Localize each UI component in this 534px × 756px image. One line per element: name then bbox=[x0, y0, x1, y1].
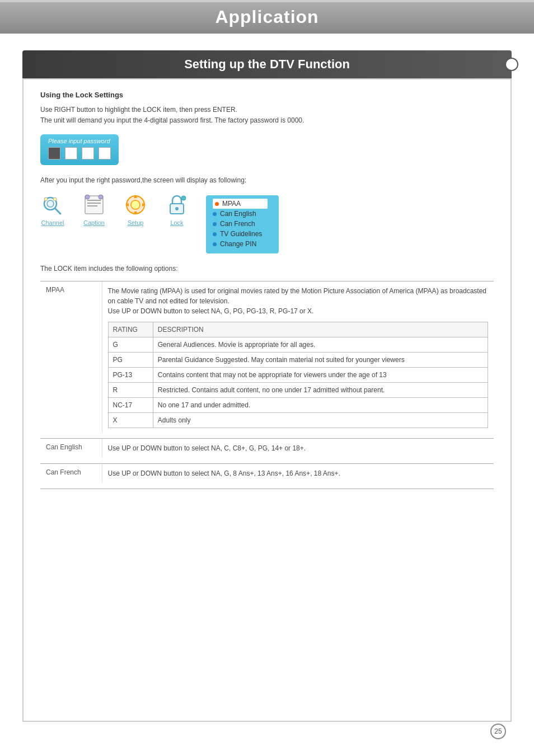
password-square-3 bbox=[82, 147, 94, 159]
section-header-circle bbox=[505, 58, 518, 71]
tv-guidelines-dot bbox=[213, 232, 217, 236]
can-french-option-name: Can French bbox=[40, 464, 102, 483]
rating-col-header: RATING bbox=[108, 322, 153, 337]
divider-4 bbox=[40, 489, 494, 489]
caption-label: Caption bbox=[83, 219, 105, 226]
icons-and-dropdown-area: Channel Caption bbox=[40, 192, 494, 253]
svg-point-19 bbox=[181, 196, 186, 200]
can-english-dot bbox=[213, 212, 217, 216]
channel-label: Channel bbox=[41, 219, 64, 226]
password-label: Please input password bbox=[48, 138, 111, 144]
lock-options-text: The LOCK item includes the following opt… bbox=[40, 265, 494, 273]
can-french-option-table: Can French Use UP or DOWN button to sele… bbox=[40, 464, 494, 483]
mpaa-name: MPAA bbox=[40, 281, 102, 433]
rating-header-row: RATING DESCRIPTION bbox=[108, 322, 488, 337]
svg-point-18 bbox=[175, 207, 179, 210]
lock-label: Lock bbox=[170, 219, 183, 226]
setup-icon-item: Setup bbox=[123, 192, 148, 226]
dropdown-item-change-pin[interactable]: Change PIN bbox=[213, 239, 268, 249]
mpaa-option-table: MPAA The Movie rating (MPAA) is used for… bbox=[40, 281, 494, 433]
svg-point-12 bbox=[131, 200, 140, 209]
channel-icon bbox=[40, 192, 65, 217]
can-english-row: Can English Use UP or DOWN button to sel… bbox=[40, 439, 494, 458]
mpaa-desc: The Movie rating (MPAA) is used for orig… bbox=[102, 281, 494, 433]
lock-icon-item: Lock bbox=[165, 192, 189, 226]
rating-row-r: R Restricted. Contains adult content, no… bbox=[108, 383, 488, 398]
caption-icon bbox=[82, 192, 106, 217]
dropdown-item-mpaa[interactable]: MPAA bbox=[213, 199, 268, 209]
setup-icon bbox=[123, 192, 148, 217]
setup-label: Setup bbox=[128, 219, 144, 226]
rating-row-pg13: PG-13 Contains content that may not be a… bbox=[108, 368, 488, 383]
dropdown-item-tv-guidelines[interactable]: TV Guidelines bbox=[213, 229, 268, 239]
lock-dropdown-menu: MPAA Can English Can French TV Guideline… bbox=[206, 195, 279, 253]
password-square-4 bbox=[99, 147, 111, 159]
page-header: Application bbox=[0, 0, 534, 34]
dropdown-item-can-english[interactable]: Can English bbox=[213, 209, 268, 219]
password-square-2 bbox=[65, 147, 77, 159]
can-french-dot bbox=[213, 222, 217, 226]
change-pin-dot bbox=[213, 242, 217, 246]
can-english-option-name: Can English bbox=[40, 439, 102, 458]
svg-point-10 bbox=[85, 195, 90, 199]
lock-icon bbox=[165, 192, 189, 217]
rating-table: RATING DESCRIPTION G General Audiences. … bbox=[108, 322, 489, 428]
password-squares bbox=[48, 147, 111, 159]
main-content: Using the Lock Settings Use RIGHT button… bbox=[22, 78, 512, 722]
rating-row-pg: PG Parental Guidance Suggested. May cont… bbox=[108, 353, 488, 368]
svg-point-1 bbox=[47, 200, 54, 207]
mpaa-row: MPAA The Movie rating (MPAA) is used for… bbox=[40, 281, 494, 433]
section-header: Setting up the DTV Function bbox=[22, 50, 512, 78]
can-french-row: Can French Use UP or DOWN button to sele… bbox=[40, 464, 494, 483]
svg-line-2 bbox=[55, 208, 60, 214]
mpaa-dot bbox=[215, 202, 219, 206]
svg-point-4 bbox=[53, 198, 57, 201]
after-password-text: After you input the right password,the s… bbox=[40, 176, 494, 184]
rating-row-x: X Adults only bbox=[108, 413, 488, 428]
caption-icon-item: Caption bbox=[82, 192, 106, 226]
section-title: Setting up the DTV Function bbox=[184, 57, 350, 72]
page-title: Application bbox=[215, 7, 318, 27]
icons-row: Channel Caption bbox=[40, 192, 189, 226]
lock-settings-instructions: Use RIGHT button to highlight the LOCK i… bbox=[40, 105, 494, 126]
svg-point-9 bbox=[99, 195, 103, 199]
password-input-box: Please input password bbox=[40, 134, 119, 165]
can-english-option-table: Can English Use UP or DOWN button to sel… bbox=[40, 439, 494, 458]
rating-row-nc17: NC-17 No one 17 and under admitted. bbox=[108, 398, 488, 413]
page-number: 25 bbox=[490, 724, 506, 739]
can-english-option-desc: Use UP or DOWN button to select NA, C, C… bbox=[102, 439, 494, 458]
password-square-1 bbox=[48, 147, 60, 159]
dropdown-item-can-french[interactable]: Can French bbox=[213, 219, 268, 229]
can-french-option-desc: Use UP or DOWN button to select NA, G, 8… bbox=[102, 464, 494, 483]
channel-icon-item: Channel bbox=[40, 192, 65, 226]
description-col-header: DESCRIPTION bbox=[153, 322, 488, 337]
lock-settings-title: Using the Lock Settings bbox=[40, 91, 494, 99]
svg-point-3 bbox=[44, 198, 48, 201]
rating-row-g: G General Audiences. Movie is appropriat… bbox=[108, 337, 488, 353]
